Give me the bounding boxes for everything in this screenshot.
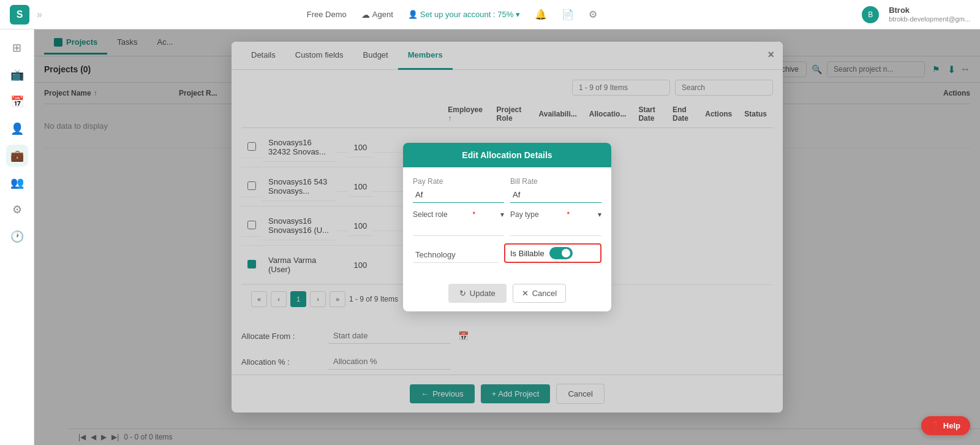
menu-expand-icon[interactable]: »: [37, 9, 42, 20]
setup-label[interactable]: 👤 Set up your account : 75% ▾: [408, 10, 520, 19]
select-role-field: Select role * ▾ Developer Designer Manag…: [413, 210, 504, 236]
sidebar-icon-person[interactable]: 👤: [6, 118, 28, 140]
cancel-icon: ✕: [522, 289, 529, 298]
cancel-inner-button[interactable]: ✕ Cancel: [513, 284, 566, 303]
edit-dialog-body: Pay Rate Bill Rate: [403, 167, 611, 278]
sidebar-icon-settings[interactable]: ⚙: [6, 199, 28, 221]
bill-rate-label: Bill Rate: [510, 177, 601, 186]
pay-type-field: Pay type * ▾ Hourly Fixed: [510, 210, 601, 236]
topbar: S » Free Demo ☁ Agent 👤 Set up your acco…: [0, 0, 980, 29]
role-required-star: *: [473, 210, 476, 219]
sidebar: ⊞ 📺 📅 👤 💼 👥 ⚙ 🕐: [0, 29, 34, 445]
pay-rate-field: Pay Rate: [413, 177, 504, 203]
free-demo-label: Free Demo: [307, 10, 347, 19]
topbar-right: B Btrok btrokb-development@gm...: [862, 6, 970, 23]
edit-allocation-dialog: Edit Allocation Details Pay Rate Bill Ra…: [403, 143, 611, 311]
avatar: B: [862, 6, 879, 23]
select-role-dropdown[interactable]: Developer Designer Manager: [413, 220, 504, 236]
modal-overlay: × Details Custom fields Budget Members: [34, 29, 980, 445]
inner-dialog-footer: ↻ Update ✕ Cancel: [403, 278, 611, 311]
main-dialog: × Details Custom fields Budget Members: [232, 42, 783, 413]
user-info: Btrok btrokb-development@gm...: [889, 6, 970, 23]
sidebar-icon-briefcase[interactable]: 💼: [6, 145, 28, 167]
toggle-slider: [549, 247, 573, 259]
layout: ⊞ 📺 📅 👤 💼 👥 ⚙ 🕐 Projects Tasks Ac...: [0, 0, 980, 445]
bill-rate-field: Bill Rate: [510, 177, 601, 203]
technology-field: Technology Finance HR: [413, 247, 498, 263]
bill-rate-input[interactable]: [510, 187, 601, 203]
agent-label: ☁ Agent: [361, 10, 393, 20]
select-role-label: Select role * ▾: [413, 210, 504, 219]
is-billable-field: Is Billable: [504, 243, 601, 263]
edit-dialog-header: Edit Allocation Details: [403, 143, 611, 167]
technology-dropdown[interactable]: Technology Finance HR: [413, 247, 498, 263]
sidebar-icon-calendar[interactable]: 📅: [6, 91, 28, 113]
update-button[interactable]: ↻ Update: [448, 284, 507, 303]
role-paytype-row: Select role * ▾ Developer Designer Manag…: [413, 210, 601, 236]
is-billable-label: Is Billable: [510, 249, 545, 258]
paytype-dropdown-icon: ▾: [598, 210, 601, 219]
topbar-left: S »: [10, 5, 42, 25]
pay-rate-input[interactable]: [413, 187, 504, 203]
is-billable-toggle[interactable]: [549, 247, 573, 259]
sidebar-icon-grid[interactable]: ⊞: [6, 37, 28, 59]
inner-dialog-overlay: Edit Allocation Details Pay Rate Bill Ra…: [232, 42, 783, 413]
paytype-required-star: *: [567, 210, 570, 219]
update-icon: ↻: [459, 289, 466, 298]
pay-rate-label: Pay Rate: [413, 177, 504, 186]
main-area: Projects Tasks Ac... Projects (0) Archiv…: [34, 29, 980, 445]
username: Btrok: [889, 6, 970, 15]
document-icon[interactable]: 📄: [562, 9, 574, 20]
app-logo: S: [10, 5, 29, 25]
settings-icon[interactable]: ⚙: [589, 9, 597, 20]
role-dropdown-icon: ▾: [500, 210, 504, 219]
user-email: btrokb-development@gm...: [889, 15, 970, 23]
pay-type-dropdown[interactable]: Hourly Fixed: [510, 220, 601, 236]
notification-icon[interactable]: 🔔: [535, 9, 547, 20]
pay-type-label: Pay type * ▾: [510, 210, 601, 219]
sidebar-icon-tv[interactable]: 📺: [6, 64, 28, 86]
help-button[interactable]: ❓ Help: [921, 416, 970, 435]
technology-billable-row: Technology Finance HR Is Billable: [413, 243, 601, 263]
topbar-center: Free Demo ☁ Agent 👤 Set up your account …: [307, 9, 598, 20]
sidebar-icon-clock[interactable]: 🕐: [6, 226, 28, 248]
sidebar-icon-team[interactable]: 👥: [6, 172, 28, 194]
